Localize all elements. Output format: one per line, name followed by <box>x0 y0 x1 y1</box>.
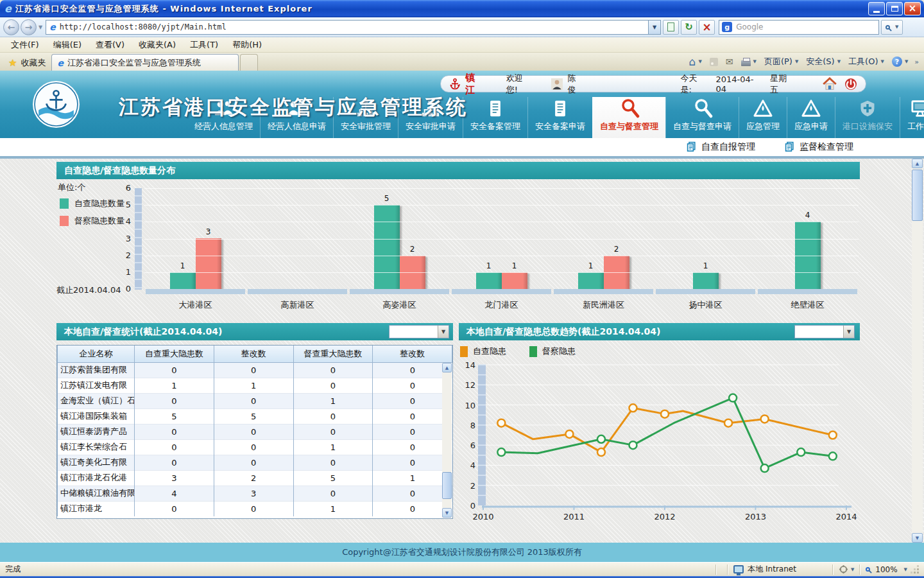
new-tab-button[interactable] <box>240 54 258 71</box>
table-row-8[interactable]: 中储粮镇江粮油有限4300 <box>58 486 452 501</box>
nav-item-0[interactable]: 经营人信息管理 <box>187 97 260 138</box>
history-dropdown-icon[interactable]: ▼ <box>38 24 42 30</box>
table-row-7[interactable]: 镇江市港龙石化港3251 <box>58 470 452 486</box>
welcome-label: 欢迎您! <box>506 73 535 96</box>
nav-item-11[interactable]: 工作台 <box>900 97 924 138</box>
nav-item-6[interactable]: 自查与督查管理 <box>592 97 665 138</box>
svg-text:2010: 2010 <box>472 512 493 521</box>
table-row-5[interactable]: 镇江李长荣综合石0010 <box>58 439 452 455</box>
zoom-level[interactable]: 100% <box>875 565 897 574</box>
url-dropdown-button[interactable]: ▼ <box>649 20 661 35</box>
url-input[interactable]: e http://localhost:8080/yjpt/Main.html <box>46 20 649 35</box>
zoom-icon <box>866 567 870 572</box>
safety-menu-button[interactable]: 安全(S)▼ <box>802 54 844 69</box>
trend-filter-select[interactable]: ▼ <box>794 325 855 338</box>
table-row-1[interactable]: 江苏镇江发电有限1100 <box>58 378 452 393</box>
subnav-item-1[interactable]: 监督检查管理 <box>785 141 853 153</box>
menu-item-2[interactable]: 查看(V) <box>89 38 132 52</box>
menu-item-4[interactable]: 工具(T) <box>183 38 225 52</box>
scroll-thumb[interactable] <box>442 472 452 499</box>
data-point-marker <box>761 464 769 472</box>
compatibility-view-button[interactable] <box>663 20 679 35</box>
print-button[interactable]: ▼ <box>737 54 760 69</box>
browser-tab[interactable]: e 江苏省港口安全监管与应急管理系统 <box>51 54 239 71</box>
column-header-4[interactable]: 整改数 <box>373 346 452 362</box>
table-cell: 0 <box>214 439 293 455</box>
logout-button[interactable] <box>844 77 858 91</box>
table-cell: 0 <box>214 501 293 516</box>
feeds-button[interactable] <box>706 54 722 69</box>
protected-mode-dropdown-icon[interactable]: ▼ <box>851 567 854 572</box>
svg-text:2011: 2011 <box>563 512 585 521</box>
page-scroll-down-button[interactable]: ▼ <box>912 533 923 543</box>
menu-item-3[interactable]: 收藏夹(A) <box>132 38 183 52</box>
favorites-button[interactable]: ★ 收藏夹 <box>3 55 51 71</box>
table-row-4[interactable]: 镇江恒泰沥青产品0000 <box>58 424 452 439</box>
scroll-down-button[interactable]: ▼ <box>442 508 452 518</box>
search-go-button[interactable]: ▼ <box>881 20 903 35</box>
nav-item-2[interactable]: 安全审批管理 <box>333 97 398 138</box>
intranet-zone-icon <box>733 565 744 574</box>
column-header-1[interactable]: 自查重大隐患数 <box>135 346 214 362</box>
column-header-0[interactable]: 企业名称 <box>58 346 135 362</box>
read-mail-button[interactable]: ✉ <box>722 54 737 69</box>
close-button[interactable]: × <box>904 2 921 15</box>
table-row-3[interactable]: 镇江港国际集装箱5500 <box>58 408 452 424</box>
menu-item-0[interactable]: 文件(F) <box>4 38 46 52</box>
bar-y-axis <box>135 188 142 290</box>
table-row-0[interactable]: 江苏索普集团有限0000 <box>58 362 452 378</box>
table-row-2[interactable]: 金海宏业（镇江）石0010 <box>58 393 452 408</box>
table-row-6[interactable]: 镇江奇美化工有限0000 <box>58 455 452 470</box>
minimize-icon <box>873 11 880 13</box>
table-cell: 0 <box>373 439 452 455</box>
nav-item-5[interactable]: 安全备案申请 <box>527 97 592 138</box>
column-header-2[interactable]: 整改数 <box>214 346 293 362</box>
menu-item-1[interactable]: 编辑(E) <box>46 38 89 52</box>
stats-select-arrow-icon[interactable]: ▼ <box>438 326 449 338</box>
zoom-dropdown-icon[interactable]: ▼ <box>904 567 907 572</box>
home-button[interactable]: ⌂▼ <box>685 54 706 69</box>
scroll-up-button[interactable]: ▲ <box>442 363 452 372</box>
column-header-3[interactable]: 督查重大隐患数 <box>293 346 373 362</box>
resize-grip[interactable] <box>911 566 919 574</box>
page-menu-button[interactable]: 页面(P)▼ <box>760 54 802 69</box>
page-scroll-thumb[interactable] <box>912 170 923 221</box>
nav-item-4[interactable]: 安全备案管理 <box>463 97 527 138</box>
printer-icon <box>741 60 751 66</box>
table-cell: 5 <box>293 470 373 486</box>
minimize-button[interactable] <box>868 2 885 15</box>
table-scrollbar[interactable]: ▲ ▼ <box>442 363 452 518</box>
back-button[interactable]: ← <box>3 19 19 35</box>
page-scroll-up-button[interactable]: ▲ <box>912 159 923 168</box>
help-button[interactable]: ?▼ <box>888 54 912 69</box>
table-cell: 1 <box>293 501 373 516</box>
bar-category-5: 1扬中港区 <box>656 188 755 318</box>
refresh-button[interactable]: ↻ <box>681 20 697 35</box>
table-row-9[interactable]: 镇江市港龙0010 <box>58 501 452 516</box>
table-cell: 0 <box>293 486 373 501</box>
trend-select-arrow-icon[interactable]: ▼ <box>843 326 854 338</box>
protected-mode-icon[interactable] <box>839 565 848 574</box>
search-input[interactable]: g Google <box>719 20 879 35</box>
tools-menu-button[interactable]: 工具(O)▼ <box>844 54 888 69</box>
welcome-bar: 镇江 欢迎您! 陈俊 今天是: 2014-04-04 星期五 <box>440 75 866 92</box>
maximize-button[interactable] <box>886 2 903 15</box>
menu-item-5[interactable]: 帮助(H) <box>225 38 269 52</box>
legend-swatch <box>529 346 537 357</box>
nav-item-label: 经营人信息申请 <box>268 121 326 132</box>
legend-label: 督察隐患 <box>542 346 576 357</box>
nav-item-1[interactable]: 经营人信息申请 <box>260 97 333 138</box>
nav-item-7[interactable]: 自查与督查申请 <box>665 97 739 138</box>
stop-button[interactable]: × <box>699 20 715 35</box>
nav-item-10[interactable]: 港口设施保安 <box>835 97 900 138</box>
nav-item-9[interactable]: 应急申请 <box>787 97 835 138</box>
nav-item-3[interactable]: 安全审批申请 <box>398 97 463 138</box>
nav-item-8[interactable]: 应急管理 <box>739 97 787 138</box>
svg-text:0: 0 <box>470 501 475 511</box>
page-scrollbar[interactable]: ▲ ▼ <box>912 159 923 543</box>
subnav-item-0[interactable]: 自查自报管理 <box>687 141 755 153</box>
overflow-chevron-icon[interactable]: » <box>912 58 921 66</box>
stats-filter-select[interactable]: ▼ <box>389 325 449 338</box>
home-page-button[interactable] <box>822 76 837 92</box>
forward-button[interactable]: → <box>21 19 37 35</box>
